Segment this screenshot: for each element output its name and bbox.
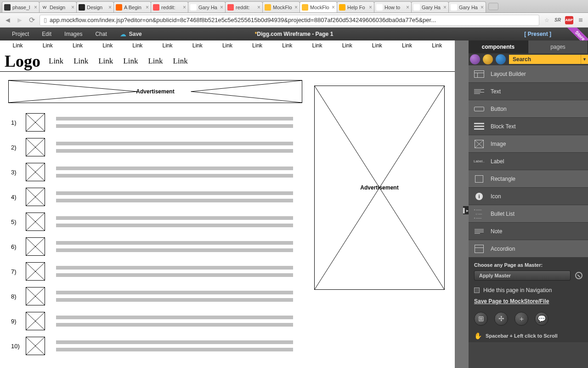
- component-rectangle[interactable]: Rectangle: [469, 170, 588, 188]
- nav-link[interactable]: Link: [312, 42, 322, 49]
- close-icon[interactable]: ×: [71, 4, 74, 11]
- menu-edit[interactable]: Edit: [35, 31, 58, 37]
- grid-tool-icon[interactable]: ⊞: [474, 312, 488, 326]
- browser-tab[interactable]: MockFlo×: [262, 1, 300, 12]
- save-button[interactable]: ☁ Save: [113, 30, 148, 38]
- menu-chat[interactable]: Chat: [89, 31, 113, 37]
- browser-tab[interactable]: WDesign×: [39, 1, 77, 12]
- nav-link[interactable]: Link: [148, 57, 163, 66]
- nav-link[interactable]: Link: [74, 57, 88, 66]
- palette-orb-1[interactable]: [470, 54, 480, 64]
- browser-tab[interactable]: MockFlo×: [300, 1, 337, 12]
- component-layout-builder[interactable]: Layout Builder: [469, 65, 588, 83]
- hide-nav-checkbox[interactable]: [474, 288, 480, 293]
- component-bullet-list[interactable]: • ─── ○ ──• ───Bullet List: [469, 205, 588, 223]
- nav-link[interactable]: Link: [49, 57, 63, 66]
- close-icon[interactable]: ×: [257, 4, 260, 11]
- close-icon[interactable]: ×: [481, 4, 484, 11]
- new-tab-button[interactable]: [488, 3, 498, 10]
- list-item[interactable]: 4): [11, 188, 293, 206]
- component-button[interactable]: Button: [469, 100, 588, 118]
- tab-components[interactable]: components: [469, 40, 528, 53]
- nav-link[interactable]: Link: [13, 42, 23, 49]
- nav-link[interactable]: Link: [282, 42, 292, 49]
- list-item[interactable]: 10): [11, 337, 293, 355]
- nav-link[interactable]: Link: [252, 42, 262, 49]
- image-placeholder[interactable]: [26, 237, 45, 256]
- image-placeholder[interactable]: [26, 163, 45, 181]
- back-button[interactable]: ◄: [4, 16, 12, 24]
- component-text[interactable]: Text: [469, 83, 588, 100]
- close-icon[interactable]: ×: [332, 4, 335, 11]
- list-item[interactable]: 9): [11, 312, 293, 330]
- present-button[interactable]: [ Present ]: [524, 31, 551, 37]
- abp-extension-icon[interactable]: ABP: [565, 16, 573, 24]
- image-placeholder[interactable]: [26, 287, 45, 305]
- browser-tab[interactable]: How to×: [374, 1, 412, 12]
- image-placeholder[interactable]: [26, 213, 45, 231]
- close-icon[interactable]: ×: [108, 4, 112, 11]
- canvas-area[interactable]: LinkLinkLinkLinkLinkLinkLinkLinkLinkLink…: [0, 40, 469, 368]
- nav-link[interactable]: Link: [123, 57, 138, 66]
- image-placeholder[interactable]: [26, 337, 45, 355]
- nav-link[interactable]: Link: [372, 42, 382, 49]
- browser-tab[interactable]: Help Fo×: [337, 1, 374, 12]
- add-tool-icon[interactable]: ＋: [514, 312, 528, 326]
- palette-orb-3[interactable]: [496, 54, 506, 64]
- menu-images[interactable]: Images: [58, 31, 89, 37]
- browser-tab[interactable]: Gary Ha×: [188, 1, 226, 12]
- nav-link[interactable]: Link: [98, 57, 113, 66]
- close-icon[interactable]: ×: [183, 4, 186, 11]
- image-placeholder[interactable]: [26, 113, 45, 132]
- image-placeholder[interactable]: [26, 262, 45, 281]
- close-icon[interactable]: ×: [146, 4, 149, 11]
- clear-master-icon[interactable]: [575, 272, 582, 279]
- nav-link[interactable]: Link: [192, 42, 203, 49]
- list-item[interactable]: 3): [11, 163, 293, 181]
- image-placeholder[interactable]: [26, 312, 45, 330]
- browser-tab[interactable]: A Begin×: [113, 1, 151, 12]
- nav-link[interactable]: Link: [132, 42, 142, 49]
- browser-tab[interactable]: reddit:×: [151, 1, 188, 12]
- reload-button[interactable]: ⟳: [28, 16, 36, 24]
- close-icon[interactable]: ×: [369, 4, 372, 11]
- panel-collapse-handle[interactable]: ▌▸: [463, 206, 469, 214]
- browser-menu-icon[interactable]: ≡: [577, 17, 584, 24]
- nav-link[interactable]: Link: [222, 42, 232, 49]
- nav-link[interactable]: Link: [402, 42, 412, 49]
- image-placeholder[interactable]: [26, 188, 45, 206]
- close-icon[interactable]: ×: [443, 4, 447, 11]
- guides-tool-icon[interactable]: ✢: [494, 312, 508, 326]
- list-item[interactable]: 2): [11, 138, 293, 156]
- nav-link[interactable]: Link: [342, 42, 352, 49]
- url-field[interactable]: ▯ app.mockflow.com/index.jsp?editor=on&p…: [40, 15, 539, 26]
- list-item[interactable]: 7): [11, 262, 293, 281]
- tab-pages[interactable]: pages: [528, 40, 588, 53]
- forward-button[interactable]: ►: [16, 16, 24, 24]
- search-input[interactable]: Search: [509, 55, 581, 64]
- component-label[interactable]: Label..Label: [469, 153, 588, 170]
- nav-link[interactable]: Link: [163, 42, 173, 49]
- browser-tab[interactable]: Gary Ha×: [411, 1, 449, 12]
- ad-banner-placeholder[interactable]: Advertisement: [8, 80, 302, 103]
- logo-placeholder[interactable]: Logo: [5, 52, 40, 71]
- nav-link[interactable]: Link: [102, 42, 113, 49]
- apply-master-button[interactable]: Apply Master: [474, 270, 571, 281]
- search-dropdown-icon[interactable]: ▼: [581, 55, 588, 64]
- wireframe-canvas[interactable]: LinkLinkLinkLinkLinkLinkLinkLinkLinkLink…: [0, 40, 455, 368]
- bookmark-star-icon[interactable]: ☆: [543, 17, 550, 24]
- close-icon[interactable]: ×: [34, 4, 37, 11]
- component-accordion[interactable]: Accordion: [469, 240, 588, 258]
- comment-tool-icon[interactable]: 💬: [535, 312, 548, 326]
- palette-orb-2[interactable]: [483, 54, 493, 64]
- sr-extension-icon[interactable]: SR: [554, 17, 561, 24]
- image-placeholder[interactable]: [26, 138, 45, 156]
- component-note[interactable]: Note: [469, 223, 588, 240]
- save-page-link[interactable]: Save Page to MockStore/File: [474, 298, 549, 305]
- list-item[interactable]: 1): [11, 113, 293, 132]
- ad-box-placeholder[interactable]: Advertisement: [314, 86, 445, 290]
- browser-tab[interactable]: reddit:×: [225, 1, 263, 12]
- nav-link[interactable]: Link: [432, 42, 442, 49]
- close-icon[interactable]: ×: [220, 4, 223, 11]
- component-block-text[interactable]: Block Text: [469, 118, 588, 135]
